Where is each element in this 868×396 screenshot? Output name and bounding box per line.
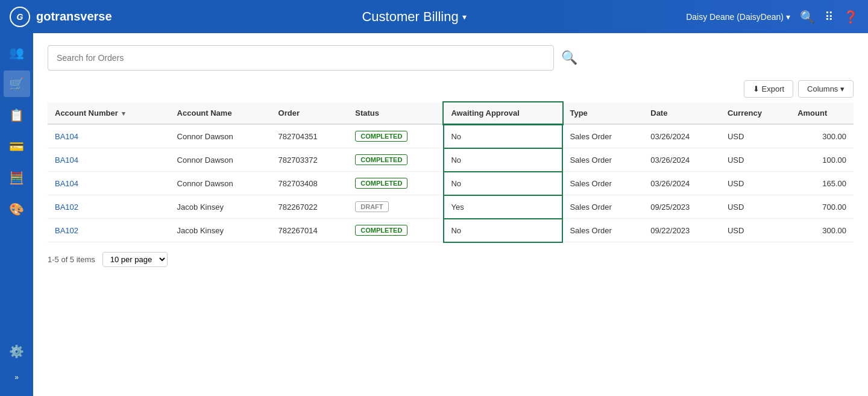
account-number-link[interactable]: BA102 — [55, 226, 78, 235]
account-number-link[interactable]: BA104 — [55, 156, 78, 165]
table-row: BA102 Jacob Kinsey 782267022 DRAFT Yes S… — [48, 195, 854, 219]
cell-currency: USD — [720, 148, 790, 172]
cell-amount: 300.00 — [790, 219, 854, 242]
sidebar-item-people[interactable]: 👥 — [4, 39, 30, 66]
cell-account-number: BA104 — [48, 148, 170, 172]
cell-currency: USD — [720, 124, 790, 148]
cell-type: Sales Order — [562, 195, 643, 219]
col-header-currency: Currency — [720, 102, 790, 124]
cell-order: 782703372 — [271, 148, 348, 172]
sidebar-item-settings[interactable]: ⚙️ — [4, 338, 30, 365]
col-header-order: Order — [271, 102, 348, 124]
columns-button[interactable]: Columns ▾ — [798, 80, 854, 98]
cell-account-name: Jacob Kinsey — [170, 195, 271, 219]
cell-account-number: BA102 — [48, 219, 170, 242]
top-navigation: G gotransverse Customer Billing ▾ Daisy … — [0, 0, 868, 33]
cell-account-name: Jacob Kinsey — [170, 219, 271, 242]
col-header-status: Status — [348, 102, 444, 124]
cell-order: 782703408 — [271, 172, 348, 195]
user-name[interactable]: Daisy Deane (DaisyDean) ▾ — [686, 12, 790, 22]
cell-account-name: Connor Dawson — [170, 172, 271, 195]
nav-title-dropdown-icon[interactable]: ▾ — [462, 12, 467, 22]
status-badge: COMPLETED — [355, 178, 407, 189]
account-number-link[interactable]: BA104 — [55, 179, 78, 188]
logo-text: gotransverse — [36, 10, 112, 24]
cell-amount: 100.00 — [790, 148, 854, 172]
logo-icon: G — [10, 7, 30, 27]
nav-title: Customer Billing ▾ — [149, 9, 679, 25]
search-bar: 🔍 — [48, 45, 854, 71]
sidebar-expand-button[interactable]: » — [11, 369, 22, 385]
col-header-account-name: Account Name — [170, 102, 271, 124]
grid-icon[interactable]: ⠿ — [825, 10, 834, 24]
search-button[interactable]: 🔍 — [561, 50, 577, 66]
cell-awaiting-approval: No — [444, 124, 562, 148]
cell-awaiting-approval: No — [444, 148, 562, 172]
col-header-awaiting-approval: Awaiting Approval — [444, 102, 562, 124]
table-controls: ⬇ Export Columns ▾ — [48, 80, 854, 98]
table-row: BA102 Jacob Kinsey 782267014 COMPLETED N… — [48, 219, 854, 242]
cell-type: Sales Order — [562, 219, 643, 242]
cell-order: 782267022 — [271, 195, 348, 219]
status-badge: COMPLETED — [355, 154, 407, 165]
per-page-select[interactable]: 10 per page 25 per page 50 per page — [102, 252, 168, 267]
cell-amount: 300.00 — [790, 124, 854, 148]
search-input[interactable] — [48, 45, 554, 71]
sidebar-item-payments[interactable]: 💳 — [4, 133, 30, 160]
col-header-account-number[interactable]: Account Number ▾ — [48, 102, 170, 124]
cell-date: 09/25/2023 — [643, 195, 720, 219]
cell-status: COMPLETED — [348, 124, 444, 148]
user-dropdown-icon: ▾ — [786, 12, 790, 22]
cell-account-number: BA102 — [48, 195, 170, 219]
col-header-type: Type — [562, 102, 643, 124]
sidebar: 👥 🛒 📋 💳 🧮 🎨 ⚙️ » — [0, 33, 33, 396]
search-icon[interactable]: 🔍 — [800, 10, 815, 24]
sidebar-item-billing[interactable]: 📋 — [4, 102, 30, 128]
user-name-text: Daisy Deane (DaisyDean) — [686, 12, 784, 22]
sidebar-item-calculator[interactable]: 🧮 — [4, 165, 30, 191]
cell-amount: 165.00 — [790, 172, 854, 195]
cell-awaiting-approval: No — [444, 172, 562, 195]
cell-order: 782704351 — [271, 124, 348, 148]
cell-date: 03/26/2024 — [643, 148, 720, 172]
status-badge: DRAFT — [355, 201, 388, 212]
cell-type: Sales Order — [562, 172, 643, 195]
account-number-link[interactable]: BA104 — [55, 132, 78, 141]
table-row: BA104 Connor Dawson 782704351 COMPLETED … — [48, 124, 854, 148]
status-badge: COMPLETED — [355, 225, 407, 236]
main-content: 🔍 ⬇ Export Columns ▾ Account Number ▾ Ac… — [33, 33, 868, 396]
cell-account-number: BA104 — [48, 172, 170, 195]
orders-table: Account Number ▾ Account Name Order Stat… — [48, 102, 854, 242]
col-header-amount: Amount — [790, 102, 854, 124]
export-button[interactable]: ⬇ Export — [744, 80, 793, 98]
sidebar-item-palette[interactable]: 🎨 — [4, 196, 30, 222]
cell-date: 09/22/2023 — [643, 219, 720, 242]
cell-date: 03/26/2024 — [643, 124, 720, 148]
cell-awaiting-approval: Yes — [444, 195, 562, 219]
cell-status: COMPLETED — [348, 148, 444, 172]
cell-amount: 700.00 — [790, 195, 854, 219]
account-number-link[interactable]: BA102 — [55, 203, 78, 212]
status-badge: COMPLETED — [355, 131, 407, 142]
help-icon[interactable]: ❓ — [843, 10, 858, 24]
sidebar-item-orders[interactable]: 🛒 — [4, 71, 30, 97]
col-header-date: Date — [643, 102, 720, 124]
main-layout: 👥 🛒 📋 💳 🧮 🎨 ⚙️ » 🔍 ⬇ Export Columns ▾ — [0, 33, 868, 396]
cell-currency: USD — [720, 219, 790, 242]
search-button-icon: 🔍 — [561, 50, 577, 65]
table-header-row: Account Number ▾ Account Name Order Stat… — [48, 102, 854, 124]
cell-account-name: Connor Dawson — [170, 124, 271, 148]
nav-right: Daisy Deane (DaisyDean) ▾ 🔍 ⠿ ❓ — [686, 10, 858, 24]
cell-currency: USD — [720, 195, 790, 219]
pagination-summary: 1-5 of 5 items — [48, 255, 95, 264]
cell-status: COMPLETED — [348, 219, 444, 242]
cell-order: 782267014 — [271, 219, 348, 242]
cell-status: COMPLETED — [348, 172, 444, 195]
cell-type: Sales Order — [562, 124, 643, 148]
table-body: BA104 Connor Dawson 782704351 COMPLETED … — [48, 124, 854, 242]
pagination: 1-5 of 5 items 10 per page 25 per page 5… — [48, 252, 854, 267]
sort-icon-account-number: ▾ — [122, 110, 125, 117]
cell-awaiting-approval: No — [444, 219, 562, 242]
logo-area: G gotransverse — [10, 7, 142, 27]
cell-currency: USD — [720, 172, 790, 195]
